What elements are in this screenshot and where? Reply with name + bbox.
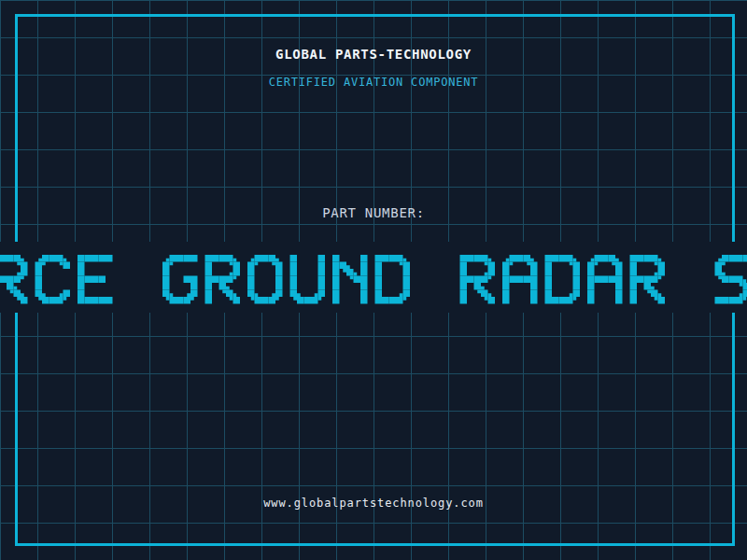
part-number-label: PART NUMBER: (0, 205, 747, 220)
marquee-band (0, 242, 747, 313)
product-banner-screen: GLOBAL PARTS-TECHNOLOGY CERTIFIED AVIATI… (0, 0, 747, 560)
website-url: www.globalpartstechnology.com (0, 497, 747, 510)
certification-subtitle: CERTIFIED AVIATION COMPONENT (0, 76, 747, 89)
company-title: GLOBAL PARTS-TECHNOLOGY (0, 47, 747, 62)
part-name-marquee-text (0, 242, 747, 313)
